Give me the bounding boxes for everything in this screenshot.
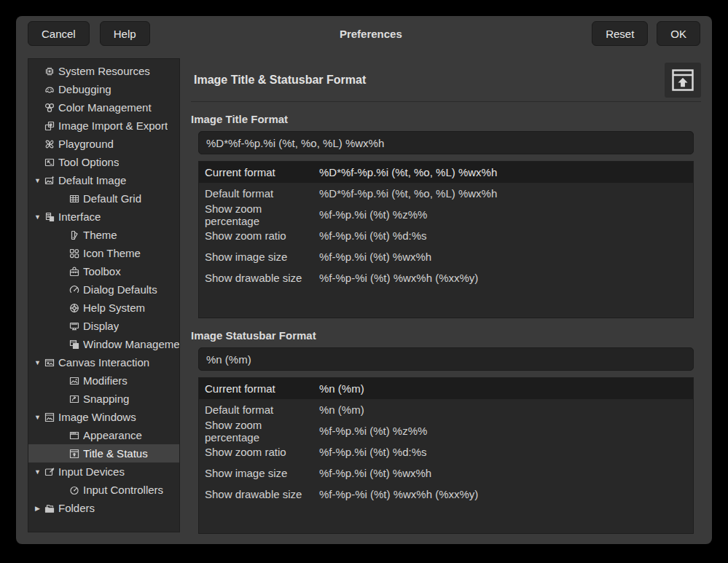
format-row-label: Current format: [205, 166, 319, 178]
format-row-label: Show zoom ratio: [205, 229, 319, 242]
format-row-value: %n (%m): [319, 382, 693, 395]
dialog-title: Preferences: [150, 28, 592, 40]
image-title-format-list: Current format%D*%f-%p.%i (%t, %o, %L) %…: [198, 161, 694, 318]
grid-icon: [69, 193, 80, 205]
sidebar-item-input-devices[interactable]: ▼Input Devices: [28, 462, 179, 481]
sidebar-item-label: Image Windows: [58, 411, 136, 423]
preferences-category-tree: System ResourcesDebuggingColor Managemen…: [28, 58, 180, 532]
image-frame-icon: [69, 375, 80, 387]
expander-down-icon[interactable]: ▼: [31, 359, 44, 366]
sidebar-item-help-system[interactable]: Help System: [28, 299, 179, 317]
format-row-label: Show zoom percentage: [205, 202, 319, 227]
format-row-current-format[interactable]: Current format%D*%f-%p.%i (%t, %o, %L) %…: [199, 162, 693, 183]
sidebar-item-debugging[interactable]: Debugging: [28, 80, 179, 98]
reset-button[interactable]: Reset: [592, 21, 648, 46]
format-row-show-image-size[interactable]: Show image size%f-%p.%i (%t) %wx%h: [199, 462, 693, 484]
title-status-panel: Image Title & Statusbar Format Image Tit…: [191, 58, 701, 532]
format-row-value: %f-%p.%i (%t) %d:%s: [319, 229, 693, 242]
format-row-label: Default format: [205, 403, 319, 416]
sidebar-item-folders[interactable]: ▶Folders: [28, 499, 179, 517]
sidebar-item-system-resources[interactable]: System Resources: [28, 62, 179, 80]
section-label: Image Title Format: [191, 113, 701, 126]
image-title-format-section: Image Title Format Current format%D*%f-%…: [191, 113, 701, 318]
format-row-value: %f-%p.%i (%t) %d:%s: [319, 446, 693, 458]
sidebar-item-canvas-interaction[interactable]: ▼Canvas Interaction: [28, 353, 179, 371]
format-row-value: %D*%f-%p.%i (%t, %o, %L) %wx%h: [319, 187, 693, 200]
sidebar-item-tool-options[interactable]: Tool Options: [28, 153, 179, 171]
help-button[interactable]: Help: [100, 21, 150, 46]
sidebar-item-title-status[interactable]: Title & Status: [28, 444, 179, 462]
sidebar-item-image-import-export[interactable]: Image Import & Export: [28, 117, 179, 135]
expander-down-icon[interactable]: ▼: [31, 414, 44, 421]
expander-down-icon[interactable]: ▼: [31, 177, 44, 184]
sidebar-item-window-management[interactable]: Window Management: [28, 335, 179, 353]
sidebar-item-label: Default Image: [58, 174, 126, 186]
sidebar-item-image-windows[interactable]: ▼Image Windows: [28, 408, 179, 426]
image-title-format-input[interactable]: [198, 131, 694, 154]
image-star-icon: [44, 175, 55, 186]
panel-header: Image Title & Statusbar Format: [191, 58, 701, 102]
sidebar-item-label: Title & Status: [83, 447, 148, 460]
format-row-current-format[interactable]: Current format%n (%m): [199, 378, 693, 399]
format-row-label: Default format: [205, 187, 319, 200]
format-row-show-zoom-ratio[interactable]: Show zoom ratio%f-%p.%i (%t) %d:%s: [199, 225, 693, 246]
format-row-label: Show drawable size: [205, 488, 319, 500]
sidebar-item-appearance[interactable]: Appearance: [28, 426, 179, 444]
sidebar-item-modifiers[interactable]: Modifiers: [28, 371, 179, 390]
format-row-default-format[interactable]: Default format%n (%m): [199, 399, 693, 420]
sidebar-item-display[interactable]: Display: [28, 317, 179, 335]
sidebar-item-color-management[interactable]: Color Management: [28, 98, 179, 117]
expander-down-icon[interactable]: ▼: [31, 468, 44, 476]
cancel-button[interactable]: Cancel: [28, 21, 90, 46]
sidebar-item-label: Theme: [83, 229, 117, 241]
image-window-icon: [44, 412, 55, 423]
sidebar-item-playground[interactable]: Playground: [28, 135, 179, 153]
interface-windows-icon: [44, 211, 55, 223]
format-row-show-zoom-ratio[interactable]: Show zoom ratio%f-%p.%i (%t) %d:%s: [199, 441, 693, 462]
sidebar-item-label: Input Controllers: [83, 484, 163, 496]
format-row-value: %f-%p.%i (%t) %z%%: [319, 208, 693, 221]
format-row-label: Current format: [205, 382, 319, 395]
sidebar-item-label: Canvas Interaction: [58, 356, 149, 369]
sidebar-item-snapping[interactable]: Snapping: [28, 390, 179, 408]
expander-right-icon[interactable]: ▶: [31, 505, 44, 512]
sidebar-item-label: Window Management: [83, 338, 179, 350]
image-statusbar-format-input[interactable]: [198, 347, 694, 371]
format-row-show-image-size[interactable]: Show image size%f-%p.%i (%t) %wx%h: [199, 246, 693, 267]
sidebar-item-icon-theme[interactable]: Icon Theme: [28, 244, 179, 262]
format-row-show-drawable-size[interactable]: Show drawable size%f-%p-%i (%t) %wx%h (%…: [199, 484, 693, 505]
window-stack-icon: [69, 339, 80, 350]
sidebar-item-label: Interface: [58, 210, 101, 223]
sidebar-item-interface[interactable]: ▼Interface: [28, 208, 179, 226]
format-row-show-zoom-percentage[interactable]: Show zoom percentage%f-%p.%i (%t) %z%%: [199, 420, 693, 441]
snapping-icon: [69, 393, 80, 405]
sidebar-item-label: Playground: [58, 138, 114, 150]
image-statusbar-format-list: Current format%n (%m)Default format%n (%…: [198, 377, 694, 534]
format-row-default-format[interactable]: Default format%D*%f-%p.%i (%t, %o, %L) %…: [199, 183, 693, 204]
import-export-icon: [44, 120, 55, 132]
preferences-dialog: Cancel Help Preferences Reset OK System …: [16, 16, 712, 544]
tablet-pen-icon: [44, 466, 55, 478]
sidebar-item-input-controllers[interactable]: Input Controllers: [28, 481, 179, 499]
format-row-value: %D*%f-%p.%i (%t, %o, %L) %wx%h: [319, 166, 693, 178]
sidebar-item-toolbox[interactable]: Toolbox: [28, 262, 179, 280]
sidebar-item-theme[interactable]: Theme: [28, 226, 179, 244]
sidebar-item-label: Default Grid: [83, 192, 141, 205]
lifebuoy-icon: [69, 302, 80, 314]
sidebar-item-dialog-defaults[interactable]: Dialog Defaults: [28, 280, 179, 299]
format-row-label: Show zoom percentage: [205, 419, 319, 444]
sidebar-item-default-image[interactable]: ▼Default Image: [28, 171, 179, 189]
wilber-icon: [44, 84, 55, 95]
sidebar-item-label: Debugging: [58, 83, 111, 95]
ok-button[interactable]: OK: [657, 21, 700, 46]
format-row-show-drawable-size[interactable]: Show drawable size%f-%p-%i (%t) %wx%h (%…: [199, 267, 693, 288]
sidebar-item-default-grid[interactable]: Default Grid: [28, 189, 179, 208]
format-row-value: %n (%m): [319, 403, 693, 416]
format-row-label: Show image size: [205, 467, 319, 479]
expander-down-icon[interactable]: ▼: [31, 213, 44, 221]
sidebar-item-label: Help System: [83, 302, 145, 314]
section-label: Image Statusbar Format: [191, 329, 701, 342]
format-row-show-zoom-percentage[interactable]: Show zoom percentage%f-%p.%i (%t) %z%%: [199, 204, 693, 225]
format-row-value: %f-%p.%i (%t) %wx%h: [319, 251, 693, 263]
tool-options-icon: [44, 157, 55, 168]
